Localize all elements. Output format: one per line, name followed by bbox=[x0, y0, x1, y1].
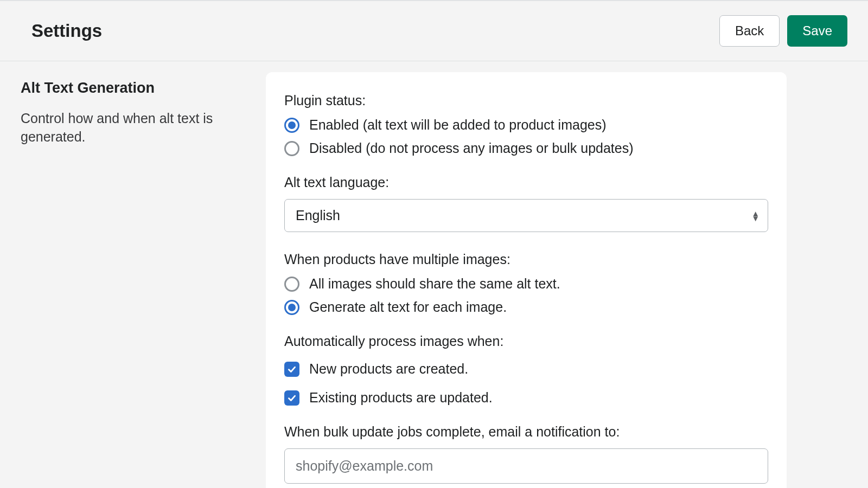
radio-icon bbox=[284, 300, 299, 315]
radio-multi-each[interactable]: Generate alt text for each image. bbox=[284, 299, 768, 315]
radio-label: All images should share the same alt tex… bbox=[309, 276, 560, 292]
language-label: Alt text language: bbox=[284, 175, 768, 190]
radio-label: Generate alt text for each image. bbox=[309, 299, 507, 315]
language-select[interactable]: English bbox=[284, 199, 768, 232]
checkbox-existing-products[interactable]: Existing products are updated. bbox=[284, 390, 768, 406]
auto-process-group: Automatically process images when: New p… bbox=[284, 333, 768, 406]
notification-label: When bulk update jobs complete, email a … bbox=[284, 424, 768, 440]
plugin-status-group: Plugin status: Enabled (alt text will be… bbox=[284, 93, 768, 156]
back-button[interactable]: Back bbox=[719, 15, 780, 47]
checkbox-label: Existing products are updated. bbox=[309, 390, 493, 406]
radio-plugin-disabled[interactable]: Disabled (do not process any images or b… bbox=[284, 140, 768, 156]
notification-group: When bulk update jobs complete, email a … bbox=[284, 424, 768, 484]
radio-multi-same[interactable]: All images should share the same alt tex… bbox=[284, 276, 768, 292]
page-title: Settings bbox=[31, 21, 102, 41]
notification-email-field[interactable] bbox=[284, 448, 768, 484]
radio-icon bbox=[284, 118, 299, 133]
settings-card: Plugin status: Enabled (alt text will be… bbox=[266, 72, 787, 488]
plugin-status-label: Plugin status: bbox=[284, 93, 768, 108]
checkbox-checked-icon bbox=[284, 362, 299, 377]
save-button[interactable]: Save bbox=[787, 15, 847, 47]
radio-icon bbox=[284, 141, 299, 156]
radio-label: Enabled (alt text will be added to produ… bbox=[309, 117, 607, 133]
checkbox-label: New products are created. bbox=[309, 361, 468, 377]
page-header: Settings Back Save bbox=[0, 1, 868, 61]
radio-label: Disabled (do not process any images or b… bbox=[309, 140, 634, 156]
section-sidebar: Alt Text Generation Control how and when… bbox=[21, 72, 244, 488]
auto-process-label: Automatically process images when: bbox=[284, 333, 768, 349]
radio-plugin-enabled[interactable]: Enabled (alt text will be added to produ… bbox=[284, 117, 768, 133]
language-group: Alt text language: English ▲▼ bbox=[284, 175, 768, 232]
header-actions: Back Save bbox=[719, 15, 847, 47]
section-description: Control how and when alt text is generat… bbox=[21, 110, 244, 146]
multi-image-group: When products have multiple images: All … bbox=[284, 252, 768, 315]
radio-icon bbox=[284, 277, 299, 292]
content-area: Alt Text Generation Control how and when… bbox=[0, 61, 868, 488]
checkbox-checked-icon bbox=[284, 390, 299, 406]
multi-image-label: When products have multiple images: bbox=[284, 252, 768, 267]
section-title: Alt Text Generation bbox=[21, 80, 244, 97]
checkbox-new-products[interactable]: New products are created. bbox=[284, 361, 768, 377]
